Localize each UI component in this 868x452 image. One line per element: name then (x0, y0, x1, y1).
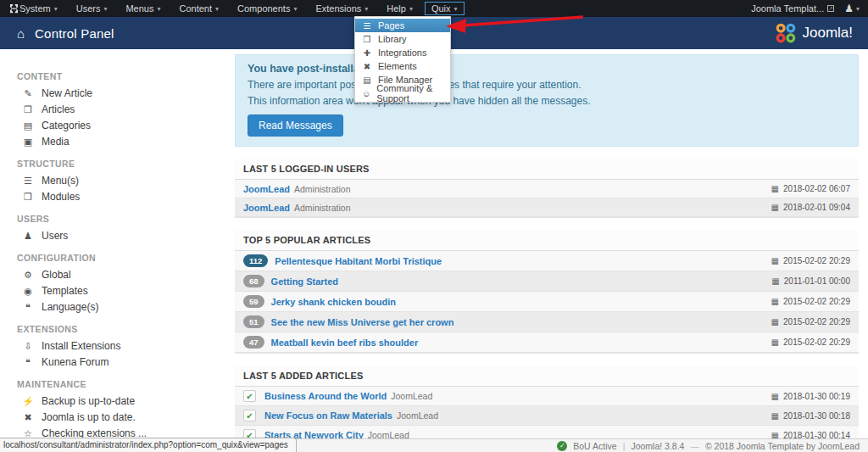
date-text: 2015-02-02 20:29 (783, 256, 850, 265)
nav-item-label: Help (387, 3, 406, 14)
user-icon: ♟ (844, 3, 854, 14)
sidebar-item-users[interactable]: ♟Users (17, 230, 226, 242)
panel-title: LAST 5 ADDED ARTICLES (235, 366, 859, 387)
table-row: 47Meatball kevin beef ribs shoulder▦2015… (235, 332, 859, 353)
chevron-down-icon: ▾ (409, 5, 413, 13)
date-text: 2018-02-02 06:07 (783, 184, 850, 193)
hits-badge: 112 (243, 254, 268, 267)
folder-icon: ▤ (22, 120, 34, 131)
chevron-down-icon: ▾ (364, 5, 368, 13)
sidebar-item-categories[interactable]: ▤Categories (17, 120, 226, 131)
nav-item-menus[interactable]: Menus▾ (125, 3, 160, 14)
chevron-down-icon: ▾ (157, 5, 160, 13)
quix-menu-item-library[interactable]: ❒Library (355, 32, 450, 46)
red-arrow-annotation (442, 12, 588, 37)
sidebar-item-templates[interactable]: ◉Templates (17, 285, 226, 297)
sidebar-section-content: CONTENT (17, 71, 226, 81)
quix-menu-item-integrations[interactable]: ✚Integrations (355, 46, 450, 59)
sidebar-item-label: Media (42, 136, 70, 148)
date-text: 2011-01-01 00:00 (784, 276, 850, 286)
calendar-icon: ▦ (771, 256, 779, 265)
panel-title: LAST 5 LOGGED-IN USERS (235, 159, 859, 180)
footer-dash: — (690, 441, 699, 451)
sidebar-item-media[interactable]: ▣Media (17, 136, 226, 148)
quix-menu-item-community-support[interactable]: ☺Community & Support (355, 86, 450, 100)
copy-icon: ❐ (22, 104, 34, 115)
nav-item-label: Content (180, 3, 213, 14)
joomla-logo-text: Joomla! (802, 25, 853, 42)
article-link[interactable]: Meatball kevin beef ribs shoulder (271, 338, 419, 348)
read-messages-button[interactable]: Read Messages (248, 114, 343, 137)
quix-dropdown-menu: ☰Pages❒Library✚Integrations✖Elements▤Fil… (354, 16, 451, 103)
sidebar-item-articles[interactable]: ❐Articles (17, 103, 226, 115)
article-link[interactable]: Pellentesque Habitant Morbi Tristique (275, 256, 442, 266)
hits-badge: 59 (243, 295, 264, 308)
home-icon: ⌂ (17, 26, 25, 41)
sidebar-item-backup-is-up-to-date[interactable]: ⚡Backup is up-to-date (17, 395, 226, 407)
table-row: 112Pellentesque Habitant Morbi Tristique… (235, 251, 859, 271)
nav-item-system[interactable]: System▾ (19, 3, 58, 14)
chevron-down-icon: ▾ (215, 5, 219, 13)
nav-item-help[interactable]: Help▾ (387, 3, 413, 14)
archive-icon: ❒ (362, 35, 372, 44)
date-text: 2015-02-02 20:29 (783, 317, 850, 326)
sidebar-item-joomla-is-up-to-date[interactable]: ✖Joomla is up to date. (17, 411, 226, 423)
quix-menu-item-pages[interactable]: ☰Pages (355, 19, 450, 32)
article-link[interactable]: New Focus on Raw Materials (264, 410, 392, 421)
sidebar-item-new-article[interactable]: ✎New Article (17, 87, 226, 99)
calendar-icon: ▦ (771, 297, 779, 306)
image-icon: ▣ (22, 137, 34, 148)
chevron-down-icon: ▾ (54, 5, 58, 13)
message-box-title: You have post-installation messages (248, 63, 846, 75)
table-row: ✔New Focus on Raw MaterialsJoomLead▦2018… (235, 406, 859, 426)
sidebar-item-language-s[interactable]: ❝Language(s) (17, 301, 226, 313)
browser-status-url: localhost/consultant/administrator/index… (0, 438, 297, 452)
sidebar-item-install-extensions[interactable]: ⇩Install Extensions (17, 340, 226, 352)
table-row: ✔Business Around the WorldJoomLead▦2018-… (235, 387, 859, 406)
panel-top-5-popular-articles: TOP 5 POPULAR ARTICLES112Pellentesque Ha… (235, 230, 859, 354)
sidebar-item-label: Templates (42, 285, 88, 297)
quix-menu-item-elements[interactable]: ✖Elements (355, 59, 450, 73)
template-link-label: Joomla Templat... (751, 3, 824, 14)
topnav-menu: System▾Users▾Menus▾Content▾Components▾Ex… (19, 3, 458, 14)
user-menu-button[interactable]: ♟ ▾ (844, 3, 860, 14)
comments-icon: ❝ (22, 302, 34, 313)
article-link[interactable]: JoomLead (243, 203, 290, 213)
article-link[interactable]: Business Around the World (264, 391, 387, 401)
sidebar-item-modules[interactable]: ❒Modules (17, 191, 226, 203)
table-row: 51See the new Miss Universe get her crow… (235, 312, 859, 332)
joomla-icon: ✖ (22, 412, 34, 423)
chevron-down-icon: ▾ (293, 5, 297, 13)
calendar-icon: ▦ (771, 203, 779, 212)
sidebar-item-label: Modules (42, 191, 80, 203)
article-link[interactable]: See the new Miss Universe get her crown (271, 317, 454, 327)
table-row: JoomLeadAdministration▦2018-02-02 06:07 (235, 180, 859, 198)
date-text: 2018-02-01 09:04 (783, 203, 850, 212)
article-link[interactable]: Jerky shank chicken boudin (271, 297, 396, 307)
article-link[interactable]: Getting Started (271, 276, 338, 287)
nav-item-extensions[interactable]: Extensions▾ (315, 3, 368, 14)
hits-badge: 47 (243, 336, 264, 349)
menu-item-label: Community & Support (376, 83, 443, 103)
joomla-logo: Joomla! (775, 22, 858, 44)
calendar-icon: ▦ (771, 338, 779, 347)
calendar-icon: ▦ (771, 184, 779, 193)
sidebar-item-kunena-forum[interactable]: ❝Kunena Forum (17, 356, 226, 368)
nav-item-content[interactable]: Content▾ (180, 3, 220, 14)
nav-item-components[interactable]: Components▾ (237, 3, 297, 14)
row-meta: Administration (294, 184, 351, 194)
pencil-icon: ✎ (22, 88, 34, 99)
nav-item-label: Users (76, 3, 101, 14)
published-check-icon[interactable]: ✔ (243, 390, 256, 402)
sidebar-item-global[interactable]: ⚙Global (17, 269, 226, 281)
joomla-version: Joomla! 3.8.4 (631, 441, 684, 451)
published-check-icon[interactable]: ✔ (243, 410, 256, 421)
row-meta: JoomLead (391, 391, 432, 401)
article-link[interactable]: JoomLead (243, 184, 290, 194)
bolt-icon: ⚡ (22, 396, 34, 407)
template-preview-link[interactable]: Joomla Templat... ↗ (751, 3, 834, 14)
calendar-icon: ▦ (771, 276, 779, 286)
sidebar-item-menu-s[interactable]: ☰Menu(s) (17, 175, 226, 187)
row-date: ▦2015-02-02 20:29 (771, 256, 850, 265)
nav-item-users[interactable]: Users▾ (76, 3, 108, 14)
